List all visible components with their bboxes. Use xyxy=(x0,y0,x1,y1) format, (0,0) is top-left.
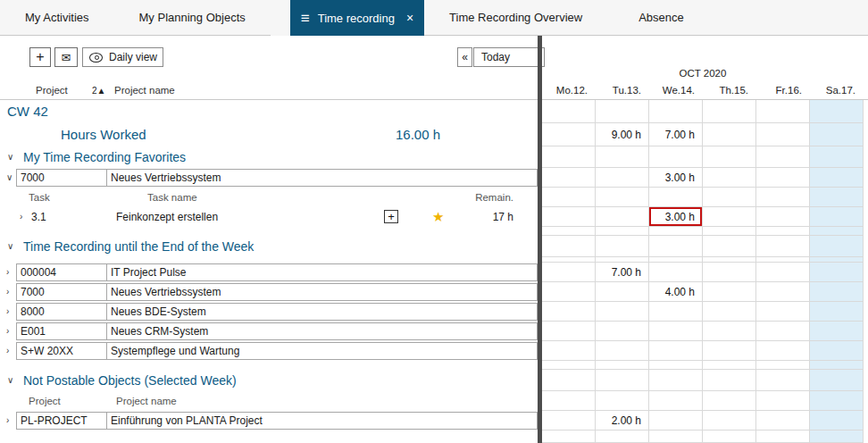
project-id-field[interactable]: 7000 xyxy=(16,169,108,187)
day-cell[interactable] xyxy=(703,207,756,227)
day-cell[interactable] xyxy=(542,263,596,282)
tab-my-activities[interactable]: My Activities xyxy=(0,0,114,36)
day-cell[interactable] xyxy=(703,302,756,322)
day-cell[interactable] xyxy=(703,411,756,430)
project-name-field[interactable]: Einführung von PLANTA Project xyxy=(106,412,538,430)
day-cell[interactable] xyxy=(756,168,810,188)
day-cell[interactable] xyxy=(542,282,596,302)
today-dropdown[interactable]: Today xyxy=(473,47,545,67)
day-cell[interactable] xyxy=(596,322,649,341)
project-name-field[interactable]: Neues BDE-System xyxy=(106,303,538,321)
chevron-right-icon[interactable]: › xyxy=(6,341,9,361)
day-cell[interactable] xyxy=(542,302,596,322)
project-name-field[interactable]: Systempflege und Wartung xyxy=(106,342,538,360)
project-id-field[interactable]: 8000 xyxy=(16,303,108,321)
chevron-right-icon[interactable]: › xyxy=(20,207,22,227)
project-name-field[interactable]: Neues CRM-System xyxy=(106,322,538,340)
project-name-field[interactable]: Neues Vertriebssystem xyxy=(106,169,538,187)
tab-absence[interactable]: Absence xyxy=(607,0,715,36)
day-cell[interactable] xyxy=(810,411,864,430)
day-cell[interactable] xyxy=(542,322,596,341)
day-cell[interactable] xyxy=(649,302,703,322)
day-header[interactable]: We.14. xyxy=(649,82,703,99)
day-cell xyxy=(703,430,756,443)
day-cell[interactable] xyxy=(756,322,810,341)
day-header[interactable]: Mo.12. xyxy=(542,82,596,99)
day-cell[interactable] xyxy=(596,341,649,361)
day-cell[interactable] xyxy=(596,207,649,227)
project-name-field[interactable]: IT Project Pulse xyxy=(106,263,538,281)
close-icon[interactable]: × xyxy=(406,12,413,24)
day-cell[interactable] xyxy=(810,282,864,302)
day-cell[interactable] xyxy=(703,168,756,188)
day-cell[interactable] xyxy=(756,341,810,361)
day-cell[interactable]: 2.00 h xyxy=(596,411,649,430)
day-cell[interactable] xyxy=(756,207,810,227)
day-cell[interactable] xyxy=(542,168,596,188)
project-id-field[interactable]: 000004 xyxy=(16,263,108,281)
project-id-field[interactable]: PL-PROJECT xyxy=(16,412,108,430)
day-cell[interactable] xyxy=(542,341,596,361)
day-cell[interactable] xyxy=(703,322,756,341)
chevron-down-icon[interactable]: ∨ xyxy=(7,236,13,257)
tab-time-recording[interactable]: ≡ Time recording × xyxy=(290,0,424,36)
day-header[interactable]: Sa.17. xyxy=(810,82,864,99)
day-cell[interactable]: 4.00 h xyxy=(649,282,703,302)
day-cell[interactable] xyxy=(649,341,703,361)
tab-my-planning-objects[interactable]: My Planning Objects xyxy=(114,0,271,36)
chevron-right-icon[interactable]: › xyxy=(6,282,9,302)
day-cell[interactable] xyxy=(649,322,703,341)
project-id-field[interactable]: E001 xyxy=(16,322,108,340)
chevron-right-icon[interactable]: › xyxy=(6,411,9,430)
day-cell[interactable] xyxy=(756,263,810,282)
day-header[interactable]: Th.15. xyxy=(703,82,756,99)
day-cell[interactable] xyxy=(756,302,810,322)
day-cell[interactable] xyxy=(703,282,756,302)
favorite-star-icon[interactable]: ★ xyxy=(432,207,444,227)
day-cell[interactable] xyxy=(756,282,810,302)
daily-view-button[interactable]: Daily view xyxy=(82,47,163,67)
column-header-project[interactable]: Project xyxy=(36,85,68,96)
day-cell[interactable] xyxy=(756,411,810,430)
day-cell[interactable] xyxy=(810,341,864,361)
tab-time-recording-overview[interactable]: Time Recording Overview xyxy=(424,0,607,36)
tab-label: Time recording xyxy=(318,12,395,25)
chevron-down-icon[interactable]: ∨ xyxy=(6,168,13,188)
chevron-right-icon[interactable]: › xyxy=(6,322,9,341)
chevron-down-icon[interactable]: ∨ xyxy=(7,370,13,391)
day-cell[interactable] xyxy=(596,282,649,302)
day-cell[interactable] xyxy=(596,168,649,188)
day-cell: 7.00 h xyxy=(649,123,703,146)
project-name-field[interactable]: Neues Vertriebssystem xyxy=(106,283,538,301)
add-button[interactable]: + xyxy=(29,47,51,67)
day-cell[interactable] xyxy=(703,341,756,361)
day-cell[interactable] xyxy=(596,302,649,322)
day-cell[interactable] xyxy=(810,168,864,188)
day-header[interactable]: Fr.16. xyxy=(756,82,810,99)
day-cell[interactable] xyxy=(810,207,864,227)
chevron-right-icon[interactable]: › xyxy=(6,263,9,282)
day-cell[interactable] xyxy=(810,302,864,322)
day-cell[interactable]: 3.00 h xyxy=(649,207,703,227)
previous-week-button[interactable]: « xyxy=(457,47,472,67)
pane-splitter[interactable] xyxy=(538,36,542,443)
day-cell[interactable] xyxy=(542,411,596,430)
day-cell[interactable]: 7.00 h xyxy=(596,263,649,282)
project-id-field[interactable]: S+W 20XX xyxy=(16,342,108,360)
sort-badge[interactable]: 2▲ xyxy=(92,86,105,96)
chevron-down-icon[interactable]: ∨ xyxy=(7,146,13,168)
day-cell[interactable] xyxy=(703,263,756,282)
day-cell[interactable]: 3.00 h xyxy=(649,168,703,188)
project-id-field[interactable]: 7000 xyxy=(16,283,108,301)
day-cell[interactable] xyxy=(649,263,703,282)
mail-button[interactable]: ✉ xyxy=(54,47,78,67)
day-cell[interactable] xyxy=(810,263,864,282)
day-cell[interactable] xyxy=(810,322,864,341)
column-header-project-name[interactable]: Project name xyxy=(114,85,175,96)
day-cell[interactable] xyxy=(649,411,703,430)
add-booking-button[interactable]: + xyxy=(384,210,398,223)
day-header[interactable]: Tu.13. xyxy=(596,82,649,99)
chevron-right-icon[interactable]: › xyxy=(6,302,9,322)
menu-icon[interactable]: ≡ xyxy=(301,11,310,26)
day-cell[interactable] xyxy=(542,207,596,227)
